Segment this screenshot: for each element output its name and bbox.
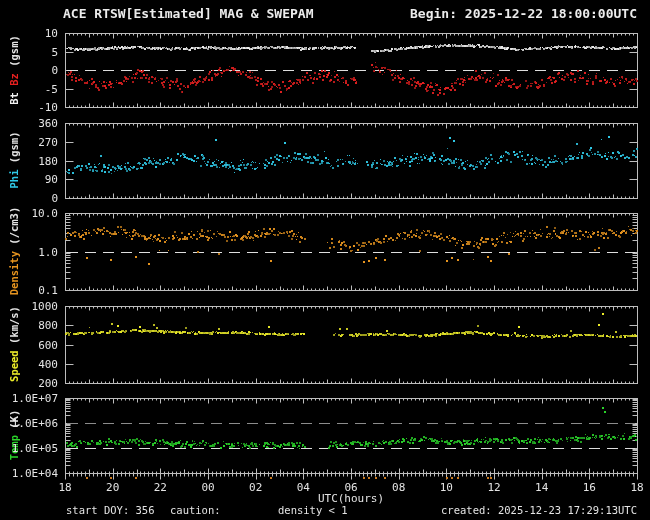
x-tick-label: 08: [392, 481, 405, 494]
y-tick-label: 0: [0, 64, 58, 77]
y-tick-label: -5: [0, 83, 58, 96]
y-tick-label: 270: [0, 136, 58, 149]
begin-timestamp: Begin: 2025-12-22 18:00:00UTC: [410, 6, 637, 21]
x-tick-label: 18: [630, 481, 643, 494]
x-tick-label: 04: [297, 481, 310, 494]
y-tick-label: -10: [0, 101, 58, 114]
y-tick-label: 1.0E+06: [0, 417, 58, 430]
start-doy-label: start DOY: 356: [66, 504, 155, 516]
y-tick-label: 180: [0, 155, 58, 168]
y-tick-label: 800: [0, 319, 58, 332]
y-tick-label: 0: [0, 192, 58, 205]
x-tick-label: 18: [58, 481, 71, 494]
y-tick-label: 1.0E+05: [0, 442, 58, 455]
y-tick-label: 90: [0, 173, 58, 186]
plot-title: ACE RTSW[Estimated] MAG & SWEPAM: [63, 6, 313, 21]
y-tick-label: 1.0: [0, 246, 58, 259]
caution-value: density < 1: [278, 504, 348, 516]
plot-canvas: [0, 0, 650, 520]
y-tick-label: 5: [0, 46, 58, 59]
x-tick-label: 20: [106, 481, 119, 494]
y-tick-label: 1.0E+07: [0, 392, 58, 405]
y-tick-label: 10: [0, 27, 58, 40]
x-tick-label: 10: [440, 481, 453, 494]
x-tick-label: 00: [201, 481, 214, 494]
y-tick-label: 1.0E+04: [0, 467, 58, 480]
y-tick-label: 600: [0, 339, 58, 352]
y-tick-label: 360: [0, 117, 58, 130]
y-tick-label: 200: [0, 377, 58, 390]
y-tick-label: 0.1: [0, 284, 58, 297]
x-tick-label: 14: [535, 481, 548, 494]
x-tick-label: 12: [487, 481, 500, 494]
ace-rtsw-plot-screen: ACE RTSW[Estimated] MAG & SWEPAM Begin: …: [0, 0, 650, 520]
x-tick-label: 02: [249, 481, 262, 494]
y-tick-label: 10.0: [0, 207, 58, 220]
x-tick-label: 16: [583, 481, 596, 494]
y-tick-label: 1000: [0, 300, 58, 313]
y-tick-label: 400: [0, 358, 58, 371]
caution-label: caution:: [170, 504, 221, 516]
created-timestamp: created: 2025-12-23 17:29:13UTC: [441, 504, 637, 516]
x-tick-label: 22: [154, 481, 167, 494]
